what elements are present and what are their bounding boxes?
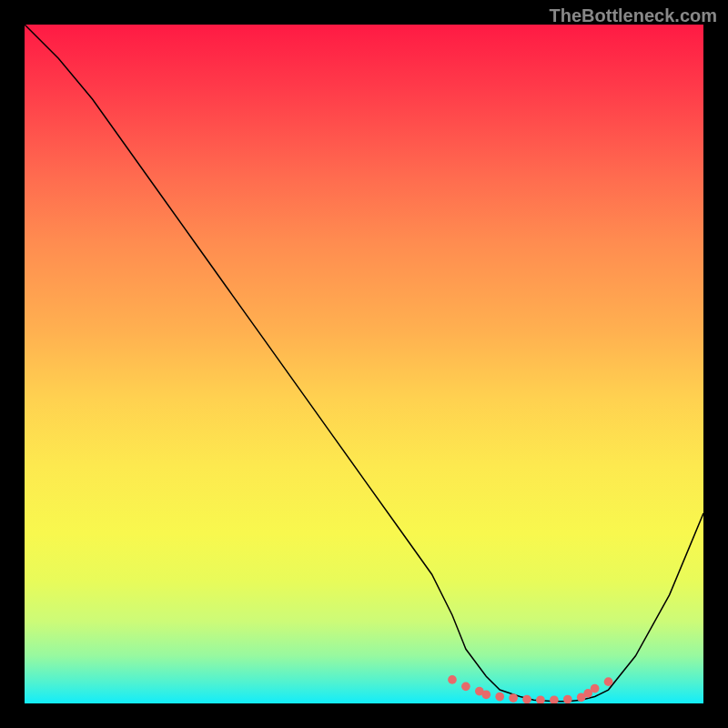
- curve-line: [25, 25, 703, 702]
- chart-svg: [25, 25, 703, 703]
- plot-area: [25, 25, 703, 703]
- marker-dot: [448, 675, 457, 684]
- marker-dot: [563, 695, 572, 703]
- marker-dot: [550, 695, 559, 703]
- watermark-text: TheBottleneck.com: [550, 5, 717, 26]
- marker-dot: [481, 690, 490, 699]
- marker-dot: [509, 693, 518, 703]
- marker-dot: [522, 695, 531, 703]
- marker-dot: [536, 695, 545, 703]
- marker-dots: [448, 675, 612, 703]
- marker-dot: [461, 682, 470, 692]
- marker-dot: [604, 677, 613, 686]
- marker-dot: [591, 684, 600, 693]
- marker-dot: [495, 693, 504, 702]
